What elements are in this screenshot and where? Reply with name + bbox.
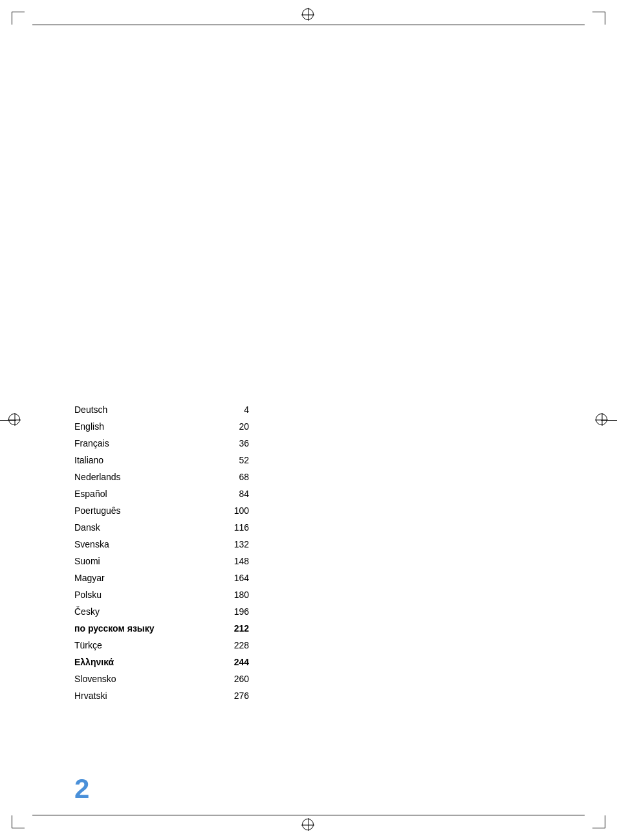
corner-mark-tl	[12, 12, 31, 31]
toc-page-number: 260	[204, 670, 255, 687]
toc-row: Ελληνικά244	[74, 654, 255, 670]
toc-table: Deutsch4English20Français36Italiano52Ned…	[74, 401, 255, 704]
toc-page-number: 132	[204, 536, 255, 553]
reg-mark-bottom	[301, 818, 316, 832]
toc-page-number: 116	[204, 519, 255, 536]
top-rule	[32, 25, 585, 25]
toc-row: по русском языку212	[74, 620, 255, 637]
toc-page-number: 20	[204, 418, 255, 435]
toc-language: Polsku	[74, 586, 204, 603]
toc-page-number: 228	[204, 637, 255, 654]
toc-row: Česky196	[74, 603, 255, 620]
toc-page-number: 52	[204, 452, 255, 469]
corner-mark-br	[586, 809, 605, 828]
toc-page-number: 196	[204, 603, 255, 620]
toc-language: Česky	[74, 603, 204, 620]
toc-row: Español84	[74, 485, 255, 502]
toc-language: Italiano	[74, 452, 204, 469]
toc-page-number: 68	[204, 469, 255, 485]
toc-row: Suomi148	[74, 553, 255, 569]
toc-language: Svenska	[74, 536, 204, 553]
toc-area: Deutsch4English20Français36Italiano52Ned…	[74, 401, 255, 704]
toc-row: English20	[74, 418, 255, 435]
corner-mark-bl	[12, 809, 31, 828]
toc-language: Magyar	[74, 569, 204, 586]
toc-row: Français36	[74, 435, 255, 452]
bottom-rule	[32, 815, 585, 815]
toc-row: Italiano52	[74, 452, 255, 469]
toc-page-number: 180	[204, 586, 255, 603]
toc-page-number: 148	[204, 553, 255, 569]
toc-page-number: 244	[204, 654, 255, 670]
toc-row: Poertuguês100	[74, 502, 255, 519]
toc-row: Deutsch4	[74, 401, 255, 418]
toc-row: Dansk116	[74, 519, 255, 536]
toc-row: Magyar164	[74, 569, 255, 586]
corner-mark-tr	[586, 12, 605, 31]
toc-language: Français	[74, 435, 204, 452]
toc-language: Hrvatski	[74, 687, 204, 704]
hline-right	[601, 420, 617, 421]
toc-language: Deutsch	[74, 401, 204, 418]
toc-language: Suomi	[74, 553, 204, 569]
toc-page-number: 4	[204, 401, 255, 418]
toc-page-number: 84	[204, 485, 255, 502]
toc-language: Ελληνικά	[74, 654, 204, 670]
toc-row: Svenska132	[74, 536, 255, 553]
toc-row: Nederlands68	[74, 469, 255, 485]
toc-page-number: 100	[204, 502, 255, 519]
toc-row: Türkçe228	[74, 637, 255, 654]
hline-left	[0, 420, 16, 421]
toc-language: Español	[74, 485, 204, 502]
toc-page-number: 212	[204, 620, 255, 637]
toc-language: по русском языку	[74, 620, 204, 637]
toc-language: Nederlands	[74, 469, 204, 485]
toc-page-number: 276	[204, 687, 255, 704]
toc-language: Dansk	[74, 519, 204, 536]
toc-page-number: 36	[204, 435, 255, 452]
page: Deutsch4English20Français36Italiano52Ned…	[0, 0, 617, 840]
toc-language: Slovensko	[74, 670, 204, 687]
toc-row: Hrvatski276	[74, 687, 255, 704]
toc-language: Poertuguês	[74, 502, 204, 519]
toc-language: English	[74, 418, 204, 435]
reg-mark-top	[301, 8, 316, 22]
toc-language: Türkçe	[74, 637, 204, 654]
page-number: 2	[74, 773, 89, 804]
toc-row: Polsku180	[74, 586, 255, 603]
toc-row: Slovensko260	[74, 670, 255, 687]
toc-page-number: 164	[204, 569, 255, 586]
